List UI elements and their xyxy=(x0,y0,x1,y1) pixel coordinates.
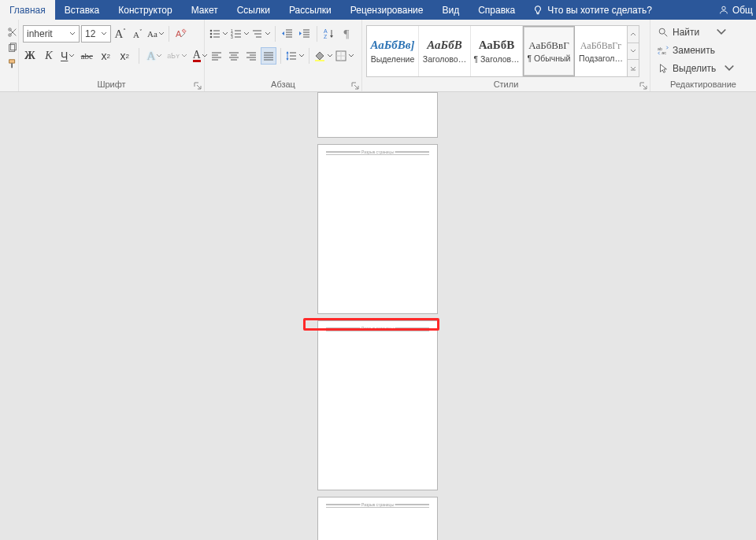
select-button[interactable]: Выделить xyxy=(654,61,730,76)
copy-button[interactable] xyxy=(6,41,20,55)
strike-button[interactable]: abc xyxy=(80,47,94,65)
clear-formatting-button[interactable]: A xyxy=(173,25,189,43)
find-button[interactable]: Найти xyxy=(654,24,730,40)
style-preview: АаБбВвГг xyxy=(580,41,621,50)
dialog-launcher-icon xyxy=(350,81,360,91)
align-center-button[interactable] xyxy=(226,47,242,65)
chevron-down-icon xyxy=(156,53,162,59)
dialog-launcher-icon xyxy=(639,81,648,91)
scissors-icon xyxy=(7,27,18,38)
superscript-button[interactable]: x2 xyxy=(117,47,132,65)
chevron-down-icon xyxy=(69,31,76,37)
chevron-down-icon xyxy=(630,48,636,54)
svg-text:3: 3 xyxy=(231,35,233,39)
tab-help[interactable]: Справка xyxy=(469,0,524,20)
shading-button[interactable] xyxy=(313,47,333,65)
svg-point-9 xyxy=(210,36,213,39)
italic-button[interactable]: К xyxy=(42,47,56,65)
sort-icon: AZ xyxy=(323,28,335,40)
font-size-value: 12 xyxy=(85,28,95,39)
cut-button[interactable] xyxy=(6,25,20,39)
style-item-4[interactable]: АаБбВвГгПодзагол… xyxy=(575,26,627,76)
chevron-down-icon xyxy=(222,31,228,37)
page-3[interactable]: Разрыв страницы xyxy=(317,320,438,490)
outdent-icon xyxy=(281,28,294,40)
document-area[interactable]: Разрыв страницы Разрыв страницы Разрыв с… xyxy=(0,92,756,540)
sort-button[interactable]: AZ xyxy=(321,25,337,43)
group-styles: АаБбВв]ВыделениеАаБбВЗаголово…АаБбВ¶ Заг… xyxy=(362,20,650,91)
justify-button[interactable] xyxy=(261,47,276,65)
page-2[interactable]: Разрыв страницы xyxy=(317,144,438,314)
tab-home[interactable]: Главная xyxy=(0,0,55,20)
group-editing-label: Редактирование xyxy=(654,79,752,91)
text-effects-button[interactable]: A xyxy=(146,47,162,65)
page-4-partial[interactable]: Разрыв страницы xyxy=(317,497,438,540)
numbering-button[interactable]: 123 xyxy=(230,25,250,43)
paint-bucket-icon xyxy=(313,50,326,62)
change-case-button[interactable]: Aa xyxy=(147,25,165,43)
tab-references[interactable]: Ссылки xyxy=(228,0,280,20)
underline-button[interactable]: Ч xyxy=(61,47,75,65)
chevron-down-icon xyxy=(724,63,735,74)
gallery-row-up[interactable] xyxy=(628,26,639,43)
align-right-button[interactable] xyxy=(243,47,259,65)
font-name-combo[interactable]: inherit xyxy=(23,25,80,43)
style-item-0[interactable]: АаБбВв]Выделение xyxy=(367,26,419,76)
tab-design[interactable]: Конструктор xyxy=(109,0,181,20)
tab-insert[interactable]: Вставка xyxy=(55,0,109,20)
bullets-icon xyxy=(209,28,221,40)
font-size-combo[interactable]: 12 xyxy=(81,25,111,43)
gallery-row-down[interactable] xyxy=(628,43,639,61)
tab-view[interactable]: Вид xyxy=(432,0,469,20)
styles-dialog-launcher[interactable] xyxy=(639,81,648,91)
svg-text:A: A xyxy=(176,29,182,39)
paintbrush-icon xyxy=(7,58,18,69)
group-clipboard xyxy=(0,20,19,91)
decrease-indent-button[interactable] xyxy=(280,25,295,43)
tab-layout[interactable]: Макет xyxy=(182,0,228,20)
group-paragraph-label: Абзац xyxy=(209,79,358,91)
shrink-font-button[interactable]: A˅ xyxy=(130,25,146,43)
copy-icon xyxy=(7,43,18,54)
svg-text:Z: Z xyxy=(324,34,328,39)
show-marks-button[interactable]: ¶ xyxy=(339,25,354,43)
font-dialog-launcher[interactable] xyxy=(193,81,202,91)
chevron-down-icon xyxy=(158,31,165,37)
gallery-expand[interactable] xyxy=(628,60,639,76)
chevron-down-icon xyxy=(298,53,305,59)
share-button[interactable]: Общ xyxy=(712,0,756,20)
page-break-label: Разрыв страницы xyxy=(360,150,395,154)
svg-rect-15 xyxy=(315,60,324,61)
indent-icon xyxy=(298,28,311,40)
line-spacing-button[interactable] xyxy=(285,47,305,65)
multilevel-button[interactable] xyxy=(251,25,271,43)
highlight-button[interactable]: aƄʏ xyxy=(167,47,187,65)
share-label: Общ xyxy=(732,5,753,16)
tab-mailings[interactable]: Рассылки xyxy=(280,0,341,20)
style-item-1[interactable]: АаБбВЗаголово… xyxy=(419,26,471,76)
align-center-icon xyxy=(228,50,240,62)
grow-font-button[interactable]: A˄ xyxy=(113,25,128,43)
chevron-down-icon xyxy=(101,31,107,37)
increase-indent-button[interactable] xyxy=(297,25,313,43)
style-item-2[interactable]: АаБбВ¶ Заголов… xyxy=(471,26,523,76)
borders-button[interactable] xyxy=(335,47,354,65)
paragraph-dialog-launcher[interactable] xyxy=(350,81,360,91)
tell-me-search[interactable]: Что вы хотите сделать? xyxy=(524,0,660,20)
style-item-3[interactable]: АаБбВвГ¶ Обычный xyxy=(523,26,575,76)
svg-point-7 xyxy=(210,30,213,32)
search-icon xyxy=(658,27,669,38)
tab-review[interactable]: Рецензирование xyxy=(341,0,433,20)
svg-point-17 xyxy=(659,28,665,34)
ribbon-tabs: Главная Вставка Конструктор Макет Ссылки… xyxy=(0,0,756,20)
align-left-button[interactable] xyxy=(209,47,224,65)
bullets-button[interactable] xyxy=(209,25,228,43)
numbering-icon: 123 xyxy=(230,28,243,40)
style-preview: АаБбВ xyxy=(479,39,515,51)
format-painter-button[interactable] xyxy=(6,57,20,71)
page-1-partial[interactable] xyxy=(317,92,438,138)
dialog-launcher-icon xyxy=(193,81,202,91)
subscript-button[interactable]: x2 xyxy=(98,47,113,65)
replace-button[interactable]: abac Заменить xyxy=(654,43,730,58)
bold-button[interactable]: Ж xyxy=(23,47,37,65)
